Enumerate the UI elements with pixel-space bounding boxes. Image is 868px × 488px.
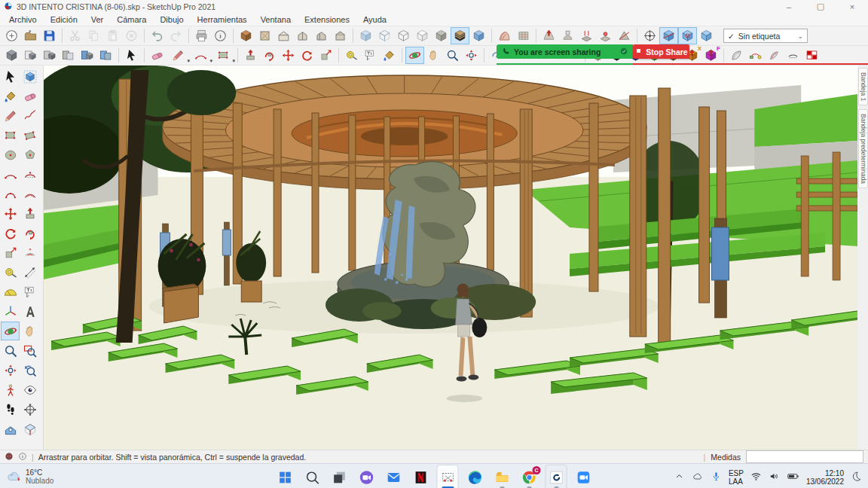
component-4-button[interactable] <box>59 47 78 64</box>
view-top-button[interactable] <box>255 27 274 44</box>
pie-tool-palette-button[interactable] <box>20 185 39 203</box>
wifi-icon[interactable] <box>750 471 762 483</box>
scale-tool-palette-button[interactable] <box>1 243 20 262</box>
eraser-tool-palette-button[interactable] <box>20 87 39 105</box>
look-around-tool-palette-button[interactable] <box>20 380 39 399</box>
circle-tool-palette-button[interactable] <box>1 145 20 164</box>
view-front-button[interactable] <box>274 27 293 44</box>
sandbox-from-scratch-button[interactable] <box>514 27 533 44</box>
flip-edge-button[interactable] <box>615 27 634 44</box>
layout-red-button[interactable] <box>802 47 821 64</box>
view-left-button[interactable] <box>312 27 331 44</box>
style-wireframe-button[interactable] <box>394 27 413 44</box>
freehand-palette-button[interactable] <box>20 106 39 125</box>
pan-tool-palette-button[interactable] <box>20 322 39 340</box>
paint-bucket-button[interactable] <box>380 47 399 64</box>
component-5-button[interactable] <box>78 47 96 64</box>
style-backedges-button[interactable] <box>375 27 394 44</box>
stop-share-button[interactable]: Stop Share <box>633 44 689 59</box>
tape-tool-palette-button[interactable] <box>1 263 20 282</box>
rotate-tool-palette-button[interactable] <box>1 224 20 242</box>
make-component-palette-button[interactable] <box>20 67 39 86</box>
zoom-window-tool-palette-button[interactable] <box>20 341 39 360</box>
component-1-button[interactable] <box>2 47 21 64</box>
help-info-icon[interactable] <box>18 452 27 462</box>
start-taskbar-button[interactable] <box>275 465 295 488</box>
measurements-input[interactable] <box>746 450 863 463</box>
walk-tool-palette-button[interactable] <box>1 400 20 419</box>
zoom-tool-palette-button[interactable] <box>1 341 20 360</box>
language-indicator[interactable]: ESP LAA <box>729 469 744 486</box>
text-tool-palette-button[interactable] <box>20 282 39 301</box>
component-3-button[interactable] <box>40 47 59 64</box>
style-monochrome-button[interactable] <box>469 27 488 44</box>
onedrive-icon[interactable] <box>692 471 704 484</box>
weld-curve-button[interactable] <box>746 47 765 64</box>
polygon-tool-palette-button[interactable] <box>20 145 39 164</box>
screen-snip-taskbar-button[interactable] <box>438 465 458 488</box>
model-info-button[interactable] <box>211 27 230 44</box>
text-tool-button[interactable] <box>361 47 380 64</box>
view-iso-button[interactable] <box>237 27 255 44</box>
sketchup-app-taskbar-button[interactable] <box>546 465 567 488</box>
delete-button[interactable] <box>122 27 141 44</box>
geolocation-icon[interactable] <box>5 452 14 462</box>
arc-tool-button[interactable]: ▾ <box>189 47 212 64</box>
tag-dropdown[interactable]: ✓Sin etiqueta⌄ <box>723 29 808 43</box>
tab-bandeja-predeterminada[interactable]: Bandeja predeterminada <box>858 109 868 188</box>
style-xray-button[interactable] <box>356 27 375 44</box>
dropdown-arrow-icon[interactable]: ▾ <box>232 58 235 64</box>
compass-tool-button[interactable] <box>640 27 659 44</box>
netflix-app-taskbar-button[interactable] <box>411 465 431 488</box>
three-point-arc-palette-button[interactable] <box>1 185 20 203</box>
zoom-extents-tool-button[interactable] <box>462 47 481 64</box>
dimension-tool-palette-button[interactable] <box>20 263 39 282</box>
line-tool-palette-button[interactable] <box>1 106 20 125</box>
push-pull-tool-button[interactable] <box>241 47 260 64</box>
close-button[interactable]: × <box>836 0 868 13</box>
view-back-button[interactable] <box>331 27 350 44</box>
stamp-button[interactable] <box>558 27 577 44</box>
target-tool-palette-button[interactable] <box>20 400 39 419</box>
night-light-icon[interactable] <box>851 471 862 483</box>
style-hiddenline-button[interactable] <box>413 27 432 44</box>
paint-bucket-palette-button[interactable] <box>1 87 20 105</box>
style-textured-button[interactable] <box>451 27 469 44</box>
zoom-tool-button[interactable] <box>443 47 462 64</box>
shell-a-button[interactable] <box>727 47 746 64</box>
mail-app-taskbar-button[interactable] <box>384 465 404 488</box>
volume-icon[interactable] <box>769 471 780 483</box>
menu-camara[interactable]: Cámara <box>110 15 153 24</box>
menu-dibujo[interactable]: Dibujo <box>153 15 190 24</box>
copy-button[interactable] <box>84 27 103 44</box>
add-detail-button[interactable] <box>596 27 615 44</box>
move-tool-palette-button[interactable] <box>1 204 20 223</box>
menu-edicion[interactable]: Edición <box>44 15 84 24</box>
new-button[interactable] <box>2 27 21 44</box>
chrome-app-taskbar-button[interactable]: C <box>519 465 539 488</box>
two-point-arc-palette-button[interactable] <box>20 165 39 184</box>
shell-b-button[interactable] <box>765 47 784 64</box>
camera-tool-2-button[interactable] <box>678 27 697 44</box>
chevron-down-icon[interactable]: ⌄ <box>797 32 803 40</box>
pan-tool-button[interactable] <box>424 47 443 64</box>
file-explorer-taskbar-button[interactable] <box>492 465 512 488</box>
arc-flat-button[interactable] <box>784 47 802 64</box>
rectangle-tool-button[interactable]: ▾ <box>212 47 234 64</box>
menu-herramientas[interactable]: Herramientas <box>191 15 254 24</box>
line-tool-button[interactable]: ▾ <box>167 47 189 64</box>
battery-icon[interactable] <box>787 470 799 484</box>
undo-button[interactable] <box>148 27 167 44</box>
component-6-button[interactable] <box>96 47 115 64</box>
section-plane-tool-palette-button[interactable] <box>20 419 39 438</box>
print-button[interactable] <box>192 27 211 44</box>
tape-tool-button[interactable] <box>342 47 361 64</box>
eraser-tool-button[interactable] <box>148 47 167 64</box>
menu-ayuda[interactable]: Ayuda <box>356 15 393 24</box>
follow-me-tool-button[interactable] <box>260 47 279 64</box>
arc-tool-palette-button[interactable] <box>1 165 20 184</box>
follow-me-tool-palette-button[interactable] <box>20 224 39 242</box>
save-button[interactable] <box>40 27 59 44</box>
sandbox-from-contours-button[interactable] <box>495 27 514 44</box>
redo-button[interactable] <box>167 27 185 44</box>
